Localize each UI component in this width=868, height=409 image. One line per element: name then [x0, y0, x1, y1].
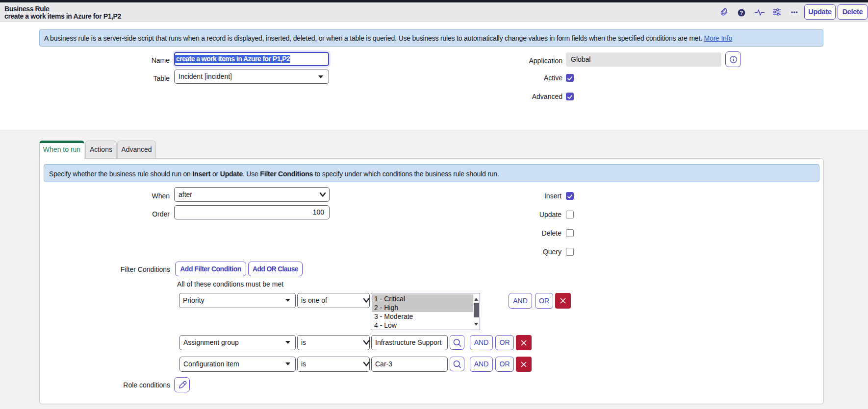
svg-text:?: ? [740, 10, 743, 16]
